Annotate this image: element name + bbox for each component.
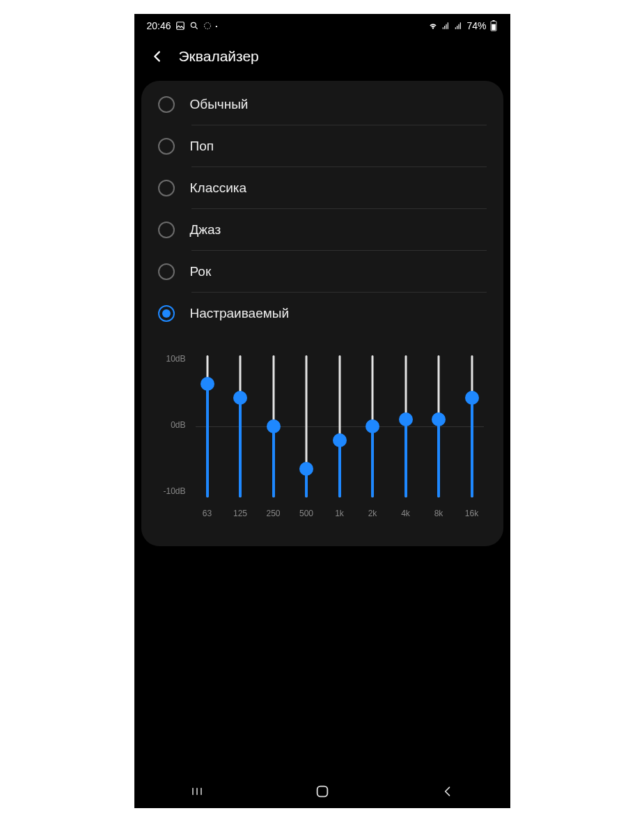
status-time: 20:46 (147, 20, 171, 31)
radio-button[interactable] (158, 305, 175, 322)
freq-label: 63 (196, 509, 219, 518)
freq-label: 4k (394, 509, 418, 518)
radio-button[interactable] (158, 180, 175, 196)
freq-label: 1k (328, 509, 352, 518)
eq-y-axis: 10dB 0dB -10dB (158, 350, 186, 496)
nav-back-button[interactable] (427, 784, 469, 798)
dot-icon: • (216, 23, 218, 29)
freq-label: 250 (262, 509, 285, 518)
home-button[interactable] (301, 784, 343, 799)
svg-point-2 (204, 23, 210, 29)
status-bar: 20:46 • 74% (134, 14, 510, 38)
back-button[interactable] (148, 47, 166, 65)
wifi-icon (427, 21, 439, 31)
preset-label: Обычный (190, 97, 249, 112)
svg-rect-6 (317, 787, 327, 797)
preset-row[interactable]: Настраиваемый (141, 293, 503, 334)
equalizer-area: 10dB 0dB -10dB 631252505001k2k4k8k16k (141, 334, 503, 518)
preset-row[interactable]: Рок (141, 251, 503, 293)
y-label-top: 10dB (158, 354, 186, 364)
svg-rect-5 (492, 20, 494, 22)
eq-sliders (193, 350, 487, 503)
eq-x-axis: 631252505001k2k4k8k16k (193, 503, 487, 518)
svg-point-1 (191, 22, 196, 27)
slider-thumb[interactable] (333, 433, 347, 447)
eq-slider[interactable] (338, 350, 342, 503)
signal-icon-2 (454, 21, 464, 31)
eq-slider[interactable] (272, 350, 276, 503)
page-title: Эквалайзер (179, 48, 259, 65)
signal-icon-1 (441, 21, 451, 31)
eq-slider[interactable] (404, 350, 408, 503)
eq-slider[interactable] (437, 350, 441, 503)
freq-label: 2k (361, 509, 384, 518)
recents-button[interactable] (176, 785, 218, 798)
gallery-icon (175, 21, 185, 31)
radio-button[interactable] (158, 96, 175, 113)
svg-rect-4 (492, 24, 496, 31)
freq-label: 16k (460, 509, 484, 518)
battery-text: 74% (466, 20, 486, 31)
preset-row[interactable]: Обычный (141, 84, 503, 125)
svg-rect-0 (176, 22, 184, 30)
freq-label: 8k (427, 509, 450, 518)
radio-button[interactable] (158, 138, 175, 155)
settings-panel: ОбычныйПопКлассикаДжазРокНастраиваемый 1… (141, 81, 503, 546)
battery-icon (489, 20, 498, 31)
navigation-bar (134, 775, 510, 808)
loading-icon (203, 22, 212, 30)
radio-button[interactable] (158, 222, 175, 238)
radio-button[interactable] (158, 263, 175, 280)
preset-row[interactable]: Джаз (141, 209, 503, 251)
preset-label: Поп (190, 139, 214, 154)
phone-frame: 20:46 • 74% (134, 14, 510, 808)
preset-row[interactable]: Классика (141, 167, 503, 209)
eq-slider[interactable] (205, 350, 210, 503)
slider-thumb[interactable] (399, 412, 413, 426)
slider-thumb[interactable] (267, 419, 281, 433)
slider-thumb[interactable] (233, 391, 247, 405)
preset-label: Классика (190, 180, 247, 196)
eq-slider[interactable] (370, 350, 375, 503)
y-label-mid: 0dB (158, 420, 186, 430)
eq-slider[interactable] (470, 350, 474, 503)
preset-row[interactable]: Поп (141, 125, 503, 167)
search-icon (189, 21, 199, 31)
slider-thumb[interactable] (366, 419, 379, 433)
freq-label: 500 (294, 509, 318, 518)
slider-thumb[interactable] (299, 462, 313, 476)
preset-label: Рок (190, 264, 212, 279)
freq-label: 125 (228, 509, 252, 518)
eq-slider[interactable] (304, 350, 308, 503)
preset-label: Настраиваемый (190, 306, 290, 321)
slider-thumb[interactable] (201, 377, 214, 391)
eq-slider[interactable] (238, 350, 242, 503)
slider-thumb[interactable] (465, 391, 479, 405)
preset-label: Джаз (190, 222, 221, 238)
y-label-bot: -10dB (158, 486, 186, 496)
header: Эквалайзер (134, 38, 510, 81)
slider-thumb[interactable] (432, 412, 446, 426)
